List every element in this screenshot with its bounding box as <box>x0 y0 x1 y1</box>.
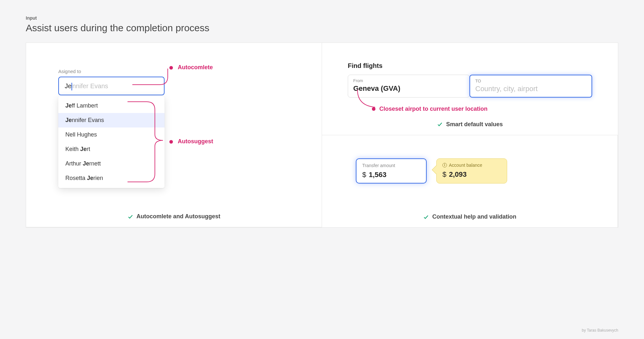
assigned-to-label: Asigned to <box>58 69 165 74</box>
examples-grid: Asigned to Jennifer Evans Jeff Lambert J… <box>26 42 618 228</box>
list-item[interactable]: Arthur Jernett <box>58 156 165 171</box>
check-icon <box>423 214 429 220</box>
suggestions-dropdown: Jeff Lambert Jennifer Evans Nell Hughes … <box>58 96 165 188</box>
account-balance-value: $2,093 <box>442 170 501 179</box>
transfer-amount-value: $1,563 <box>362 171 420 179</box>
transfer-amount-field[interactable]: Transfer amount $1,563 <box>356 158 427 184</box>
account-balance-label: Account balance <box>449 163 482 168</box>
check-icon <box>128 214 133 220</box>
from-label: From <box>353 78 464 83</box>
text-caret <box>71 83 72 90</box>
annotation-autosuggest: Autosuggest <box>178 138 213 145</box>
list-item[interactable]: Keith Jert <box>58 142 165 156</box>
typed-text: Je <box>65 82 71 90</box>
find-flights-heading: Find flights <box>348 62 592 70</box>
annotation-dot-icon <box>372 107 375 111</box>
page-title: Assist users during the completion proce… <box>26 23 618 33</box>
to-label: TO <box>475 79 586 83</box>
list-item[interactable]: Rosetta Jerien <box>58 171 165 185</box>
panel-contextual-help: Transfer amount $1,563 i Account balance… <box>322 135 618 228</box>
account-balance-tooltip: i Account balance $2,093 <box>436 158 507 184</box>
list-item[interactable]: Nell Hughes <box>58 127 165 142</box>
ghost-completion: nnifer Evans <box>72 82 108 90</box>
attribution: by Taras Bakusevych <box>582 328 618 333</box>
from-value: Geneva (GVA) <box>353 84 464 93</box>
panel-caption: Smart default values <box>446 121 503 128</box>
panel-caption: Autocomlete and Autosuggest <box>137 213 220 220</box>
annotation-closest-airport: Closeset airpot to current user location <box>379 106 488 112</box>
annotation-autocomplete: Autocomlete <box>178 64 213 71</box>
panel-smart-defaults: Find flights From Geneva (GVA) TO Countr… <box>322 43 618 135</box>
panel-caption: Contextual help and validation <box>432 213 516 220</box>
from-field[interactable]: From Geneva (GVA) <box>348 75 470 98</box>
section-eyebrow: Input <box>26 15 618 21</box>
annotation-dot-icon <box>169 140 173 144</box>
info-icon: i <box>442 163 447 167</box>
assigned-to-input[interactable]: Jennifer Evans <box>58 77 165 95</box>
to-placeholder: Country, city, airport <box>475 85 586 93</box>
transfer-amount-label: Transfer amount <box>362 163 420 168</box>
check-icon <box>437 121 443 127</box>
panel-autocomplete: Asigned to Jennifer Evans Jeff Lambert J… <box>26 43 322 227</box>
to-field[interactable]: TO Country, city, airport <box>469 75 592 98</box>
list-item[interactable]: Jeff Lambert <box>58 99 165 113</box>
annotation-dot-icon <box>169 66 173 70</box>
list-item[interactable]: Jennifer Evans <box>58 113 165 127</box>
